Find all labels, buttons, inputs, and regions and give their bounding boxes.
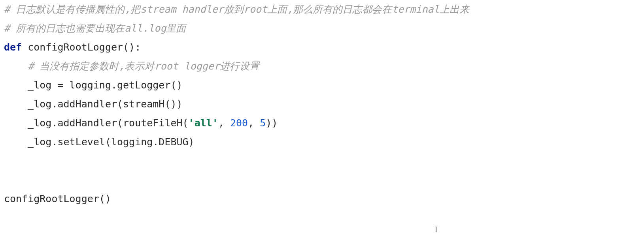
code-text: , [218,117,230,129]
code-text: _log.setLevel(logging.DEBUG) [28,136,194,148]
comment-line: # 所有的日志也需要出现在all.log里面 [4,23,186,34]
paren-colon: (): [123,41,141,53]
text-caret-icon: I [435,225,438,234]
keyword-def: def [4,41,22,53]
code-text: )) [266,117,278,129]
comment-line: # 当没有指定参数时,表示对root logger进行设置 [28,60,259,72]
string-literal: 'all' [189,117,218,129]
code-text: = [57,79,63,91]
code-text: configRootLogger() [4,193,111,205]
code-text: logging.getLogger() [64,79,183,91]
code-text: _log [28,79,57,91]
code-text: _log.addHandler(streamH()) [28,98,182,110]
comment-line: # 日志默认是有传播属性的,把stream handler放到root上面,那么… [4,4,469,15]
func-name: configRootLogger [28,41,123,53]
code-editor[interactable]: # 日志默认是有传播属性的,把stream handler放到root上面,那么… [0,0,644,208]
code-text: , [248,117,260,129]
code-text: _log.addHandler(routeFileH( [28,117,188,129]
number-literal: 5 [260,117,266,129]
number-literal: 200 [230,117,248,129]
